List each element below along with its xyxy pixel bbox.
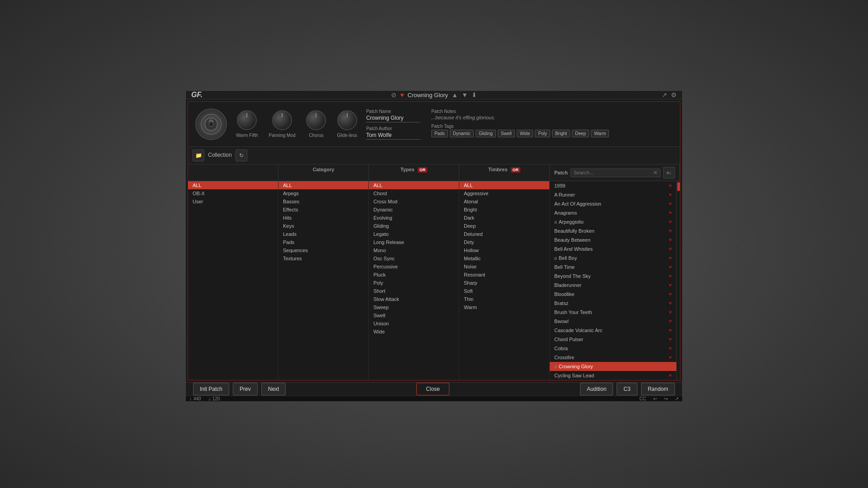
type-item[interactable]: Short (369, 287, 459, 295)
patch-heart-btn[interactable]: ♥ (669, 345, 672, 352)
nav-up-icon[interactable]: ▲ (452, 91, 458, 99)
timbre-item[interactable]: Detuned (459, 230, 549, 238)
random-button[interactable]: Random (641, 383, 675, 395)
white-key[interactable] (649, 395, 656, 396)
timbre-item[interactable]: Bright (459, 206, 549, 214)
white-key[interactable] (665, 395, 673, 396)
patch-tag[interactable]: Dynamic (450, 130, 474, 137)
patch-item[interactable]: An Act Of Aggression♥ (550, 199, 676, 208)
patch-heart-btn[interactable]: ♥ (669, 237, 672, 243)
patch-tag[interactable]: Gliding (476, 130, 496, 137)
category-item[interactable]: Keys (278, 222, 368, 230)
white-key[interactable] (454, 395, 462, 396)
prev-button[interactable]: Prev (233, 383, 258, 395)
patch-heart-btn[interactable]: ♥ (669, 273, 672, 279)
nav-down-icon[interactable]: ▼ (462, 91, 468, 99)
patch-tag[interactable]: Poly (535, 130, 550, 137)
white-key[interactable] (406, 395, 414, 396)
patch-heart-btn[interactable]: ♥ (669, 228, 672, 234)
patch-item[interactable]: αBell Boy♥ (550, 253, 676, 263)
patch-item[interactable]: Cobra♥ (550, 344, 676, 353)
timbre-item[interactable]: Atonal (459, 197, 549, 206)
white-key[interactable] (568, 395, 576, 396)
white-key[interactable] (204, 395, 212, 396)
white-key[interactable] (260, 395, 268, 396)
white-key[interactable] (487, 395, 495, 396)
category-item[interactable]: ALL (278, 181, 368, 189)
octave-button[interactable]: C3 (617, 383, 637, 395)
white-key[interactable] (439, 395, 446, 396)
white-key[interactable] (430, 395, 438, 396)
white-key[interactable] (527, 395, 535, 396)
patch-name-value[interactable]: Crowning Glory (366, 115, 420, 122)
white-key[interactable] (600, 395, 608, 396)
timbre-item[interactable]: Soft (459, 287, 549, 295)
type-item[interactable]: Slow Attack (369, 295, 459, 303)
patch-heart-btn[interactable]: ♥ (669, 255, 672, 261)
patch-item[interactable]: αArpeggiolio♥ (550, 217, 676, 226)
patch-item[interactable]: A Runner♥ (550, 190, 676, 199)
white-key[interactable] (236, 395, 244, 396)
patch-item[interactable]: Brush Your Teeth♥ (550, 308, 676, 317)
search-input[interactable] (574, 170, 651, 175)
white-key[interactable] (503, 395, 511, 396)
patch-item[interactable]: Bell And Whistles♥ (550, 244, 676, 253)
patch-item[interactable]: Cascade Volcanic Arc♥ (550, 326, 676, 335)
glide-less-knob[interactable] (337, 110, 357, 130)
patch-item[interactable]: Beautifully Broken♥ (550, 226, 676, 235)
category-item[interactable]: Leads (278, 230, 368, 238)
white-key[interactable] (269, 395, 276, 396)
patch-tag[interactable]: Warm (591, 130, 609, 137)
patch-heart-btn[interactable]: ♥ (669, 372, 672, 379)
settings-button[interactable]: ⚙ (671, 91, 677, 99)
patch-heart-btn[interactable]: ♥ (669, 201, 672, 207)
patch-item[interactable]: Chord Pulser♥ (550, 335, 676, 344)
patch-item[interactable]: Bratsz♥ (550, 299, 676, 308)
timbre-item[interactable]: Warm (459, 303, 549, 311)
white-key[interactable] (228, 395, 236, 396)
category-item[interactable]: Pads (278, 238, 368, 246)
cc-status[interactable]: CC (640, 396, 646, 401)
white-key[interactable] (358, 395, 365, 396)
patch-item[interactable]: Anagrams♥ (550, 208, 676, 217)
white-key[interactable] (422, 395, 430, 396)
refresh-icon-btn[interactable]: ↻ (236, 150, 247, 161)
sort-icon-btn[interactable]: ≡↓ (663, 167, 675, 178)
white-key[interactable] (552, 395, 559, 396)
white-key[interactable] (414, 395, 422, 396)
white-key[interactable] (576, 395, 584, 396)
patch-heart-btn[interactable]: ♥ (669, 282, 672, 288)
type-item[interactable]: Unison (369, 319, 459, 328)
white-key[interactable] (220, 395, 228, 396)
category-item[interactable]: Textures (278, 254, 368, 263)
patch-heart-btn[interactable]: ♥ (669, 246, 672, 252)
type-item[interactable]: Wide (369, 328, 459, 336)
favorite-icon[interactable]: ♥ (400, 91, 404, 99)
timbre-item[interactable]: Noise (459, 263, 549, 271)
white-key[interactable] (462, 395, 470, 396)
white-key[interactable] (277, 395, 284, 396)
patch-heart-btn[interactable]: ♥ (669, 183, 672, 189)
timbre-item[interactable]: Sharp (459, 279, 549, 287)
patch-heart-btn[interactable]: ♥ (669, 264, 672, 270)
type-item[interactable]: Cross Mod (369, 197, 459, 206)
white-key[interactable] (592, 395, 600, 396)
white-key[interactable] (293, 395, 301, 396)
type-item[interactable]: Evolving (369, 214, 459, 222)
white-key[interactable] (519, 395, 527, 396)
patch-tag[interactable]: Pads (431, 130, 448, 137)
white-key[interactable] (341, 395, 349, 396)
patch-heart-btn[interactable]: ♥ (669, 300, 672, 306)
patch-tag[interactable]: Bright (552, 130, 570, 137)
init-patch-button[interactable]: Init Patch (193, 383, 229, 395)
white-key[interactable] (317, 395, 325, 396)
timbre-item[interactable]: Resonant (459, 271, 549, 279)
patch-heart-btn[interactable]: ♥ (669, 219, 672, 225)
timbre-item[interactable]: Metallic (459, 254, 549, 263)
patch-heart-btn[interactable]: ♥ (669, 291, 672, 297)
type-item[interactable]: Long Release (369, 238, 459, 246)
patch-heart-btn[interactable]: ♥ (669, 354, 672, 361)
category-item[interactable]: Effects (278, 206, 368, 214)
white-key[interactable] (188, 395, 195, 396)
type-item[interactable]: ALL (369, 181, 459, 189)
